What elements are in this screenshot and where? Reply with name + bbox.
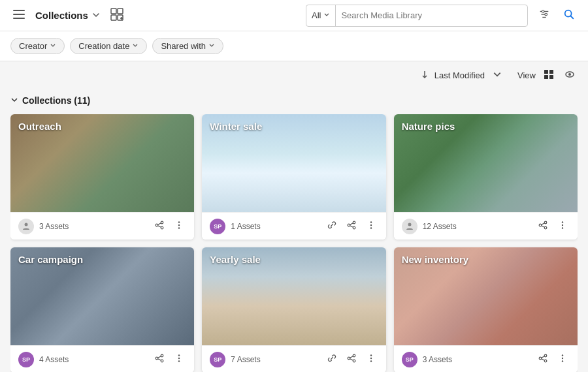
svg-line-60 xyxy=(350,356,353,358)
svg-point-51 xyxy=(161,360,164,362)
svg-line-35 xyxy=(350,223,353,225)
hamburger-icon xyxy=(13,8,25,22)
search-input[interactable] xyxy=(341,10,522,20)
collection-card-car-campaign[interactable]: Car campaign SP 4 Assets xyxy=(10,247,194,372)
more-options-icon xyxy=(558,221,567,232)
svg-line-28 xyxy=(158,226,161,227)
view-options-button[interactable] xyxy=(562,67,578,84)
more-options-button[interactable] xyxy=(172,351,186,367)
sort-arrow-icon xyxy=(420,70,429,82)
svg-point-29 xyxy=(178,221,180,223)
link-icon xyxy=(327,221,336,232)
collection-card-new-inventory[interactable]: New inventory SP 3 Assets xyxy=(394,247,578,372)
share-button[interactable] xyxy=(344,218,359,234)
search-filter-button[interactable]: All xyxy=(306,5,336,27)
more-options-button[interactable] xyxy=(364,218,378,234)
share-icon xyxy=(155,221,164,232)
view-grid-button[interactable] xyxy=(541,67,557,84)
svg-point-55 xyxy=(178,358,180,359)
view-label: View xyxy=(517,70,536,80)
avatar: SP xyxy=(18,352,34,367)
creator-filter[interactable]: Creator xyxy=(10,38,65,54)
more-options-button[interactable] xyxy=(555,351,570,367)
link-button[interactable] xyxy=(325,351,339,367)
menu-button[interactable] xyxy=(10,6,27,25)
share-button[interactable] xyxy=(536,218,550,234)
collection-card-yearly-sale[interactable]: Yearly sale SP 7 Assets xyxy=(202,247,385,372)
svg-point-40 xyxy=(408,223,411,226)
creation-date-filter[interactable]: Creation date xyxy=(70,38,147,54)
svg-point-37 xyxy=(370,221,371,223)
svg-line-61 xyxy=(350,359,353,360)
more-options-button[interactable] xyxy=(172,218,186,234)
asset-count: 1 Assets xyxy=(231,222,324,231)
avatar: SP xyxy=(210,219,225,234)
svg-point-57 xyxy=(353,354,355,357)
share-icon xyxy=(347,354,356,365)
asset-count: 12 Assets xyxy=(423,222,536,231)
more-options-icon xyxy=(367,354,376,365)
card-image: Yearly sale xyxy=(202,247,385,345)
search-filter-label: All xyxy=(312,10,321,20)
collection-card-nature-pics[interactable]: Nature pics 12 Assets xyxy=(394,114,578,240)
sort-chevron-icon xyxy=(493,70,502,81)
collection-card-outreach[interactable]: Outreach 3 Assets xyxy=(10,114,194,240)
shared-with-filter[interactable]: Shared with xyxy=(152,38,223,54)
svg-point-22 xyxy=(568,73,571,76)
share-icon xyxy=(347,221,356,232)
share-button[interactable] xyxy=(344,351,359,367)
collections-title-group[interactable]: Collections xyxy=(35,10,100,22)
share-button[interactable] xyxy=(152,218,167,234)
card-image: Car campaign xyxy=(10,247,194,345)
svg-rect-18 xyxy=(549,70,553,74)
svg-line-15 xyxy=(570,16,573,18)
svg-line-36 xyxy=(350,226,353,227)
filter-options-icon xyxy=(538,8,550,22)
collections-grid: Outreach 3 Assets xyxy=(10,114,578,372)
collections-section: Collections (11) Outreach 3 Assets xyxy=(0,89,588,372)
share-button[interactable] xyxy=(152,351,167,367)
more-options-button[interactable] xyxy=(364,351,378,367)
link-icon xyxy=(327,354,336,365)
search-filter-chevron-icon xyxy=(323,10,330,20)
filter-options-button[interactable] xyxy=(536,6,553,25)
share-icon xyxy=(155,354,164,365)
svg-point-34 xyxy=(353,226,355,229)
svg-point-43 xyxy=(544,226,547,229)
new-collection-button[interactable] xyxy=(108,5,126,25)
card-image: New inventory xyxy=(394,247,578,345)
avatar: SP xyxy=(402,352,417,367)
sort-chevron-button[interactable] xyxy=(490,67,504,84)
svg-point-12 xyxy=(542,10,544,13)
creator-filter-label: Creator xyxy=(19,41,47,51)
collection-card-winter-sale[interactable]: Winter sale SP 1 Assets xyxy=(202,114,385,240)
filters-bar: Creator Creation date Shared with xyxy=(0,31,588,61)
share-icon xyxy=(538,221,547,232)
svg-rect-3 xyxy=(111,8,116,14)
svg-point-67 xyxy=(544,360,547,362)
svg-point-72 xyxy=(562,360,563,362)
sort-bar: Last Modified View xyxy=(0,61,588,89)
header: Collections All xyxy=(0,0,588,31)
svg-rect-17 xyxy=(544,70,548,74)
svg-point-31 xyxy=(178,227,180,228)
svg-line-44 xyxy=(542,223,545,225)
svg-point-33 xyxy=(348,224,350,226)
link-button[interactable] xyxy=(325,218,339,234)
creation-date-filter-label: Creation date xyxy=(78,41,129,51)
avatar: SP xyxy=(210,352,225,367)
add-collection-icon xyxy=(110,8,123,23)
svg-point-64 xyxy=(370,360,371,362)
share-button[interactable] xyxy=(536,351,550,367)
search-area: All xyxy=(306,5,528,27)
svg-point-58 xyxy=(348,357,350,360)
search-submit-button[interactable] xyxy=(561,6,578,25)
collections-header[interactable]: Collections (11) xyxy=(10,95,578,106)
svg-point-56 xyxy=(178,360,180,362)
page-title: Collections xyxy=(35,10,88,21)
svg-point-32 xyxy=(353,221,355,224)
more-options-button[interactable] xyxy=(555,218,570,234)
svg-point-24 xyxy=(161,221,164,224)
svg-line-68 xyxy=(542,356,545,358)
svg-rect-0 xyxy=(13,10,25,11)
